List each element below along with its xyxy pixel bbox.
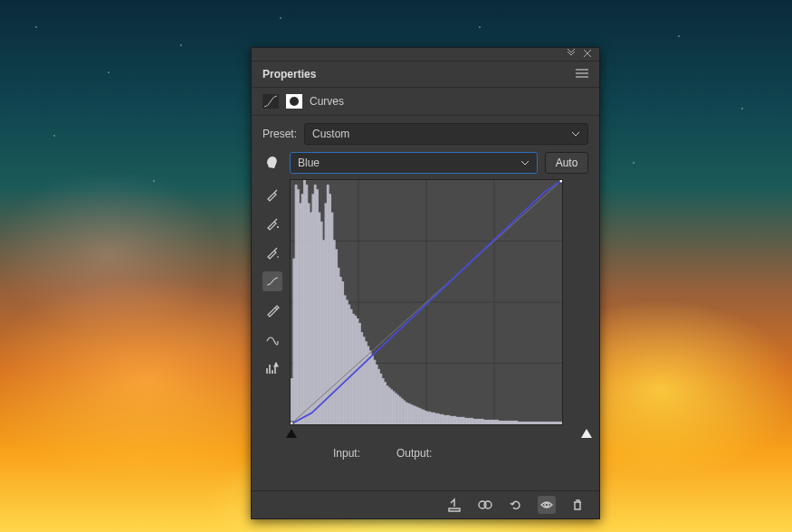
preset-select[interactable]: Custom [304,123,588,145]
reset-icon[interactable] [507,496,525,514]
channel-select[interactable]: Blue [290,152,538,174]
svg-point-142 [545,503,549,507]
panel-title: Properties [262,68,316,81]
histogram-options-icon[interactable] [262,358,282,378]
white-point-slider[interactable] [581,429,592,438]
view-previous-icon[interactable] [476,496,494,514]
auto-label: Auto [556,157,578,169]
curves-svg [291,180,562,424]
layer-mask-icon [286,94,302,109]
channel-row: Blue Auto [252,152,599,179]
adjustment-type-label: Curves [310,95,344,108]
curves-graph[interactable] [290,179,563,425]
svg-point-141 [484,501,491,508]
eyedropper-gray-icon[interactable] [262,214,282,233]
targeted-adjustment-icon[interactable] [262,155,282,171]
output-label: Output: [396,447,432,460]
black-point-slider[interactable] [286,429,297,438]
eyedropper-white-icon[interactable] [262,242,282,262]
panel-footer [252,490,599,518]
preset-value: Custom [312,128,349,140]
curves-tool-column [262,179,282,460]
pencil-tool-icon[interactable] [262,300,282,320]
preset-row: Preset: Custom [252,116,599,152]
svg-rect-136 [560,422,562,424]
curve-point-tool-icon[interactable] [262,271,282,291]
input-slider-track[interactable] [290,425,588,442]
svg-rect-139 [559,180,562,183]
panel-title-bar: Properties [252,62,599,88]
smooth-tool-icon[interactable] [262,329,282,349]
panel-controls [252,48,599,62]
close-icon[interactable] [583,48,592,61]
eyedropper-black-icon[interactable] [262,185,282,204]
svg-rect-138 [291,422,293,424]
preset-label: Preset: [262,128,297,140]
svg-point-2 [290,97,299,106]
channel-value: Blue [298,157,320,169]
input-output-row: Input: Output: [290,442,588,460]
curves-adjustment-icon [262,94,279,109]
clip-to-layer-icon[interactable] [445,496,463,514]
panel-menu-icon[interactable] [576,68,588,81]
adjustment-type-row: Curves [252,88,599,116]
visibility-icon[interactable] [538,496,556,514]
collapse-icon[interactable] [567,48,576,61]
input-label: Input: [333,447,360,460]
properties-panel: Properties Curves Preset: Custom Blue Au… [251,47,600,519]
auto-button[interactable]: Auto [545,152,588,174]
trash-icon[interactable] [568,496,587,514]
